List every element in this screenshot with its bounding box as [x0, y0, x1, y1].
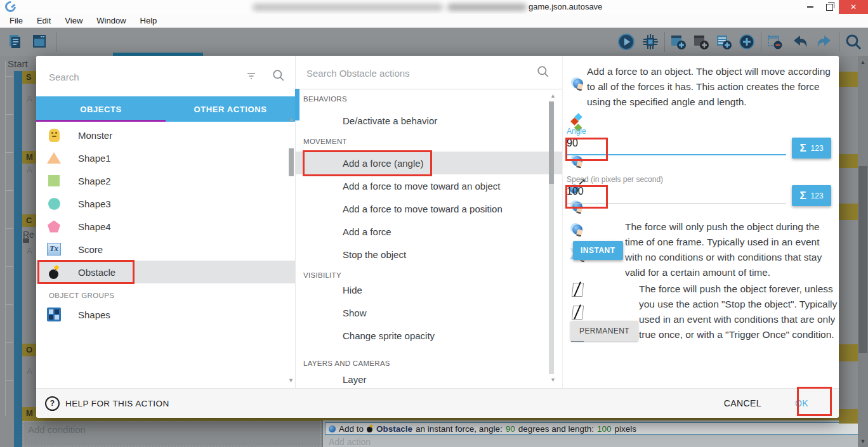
action-label: Change sprite opacity — [343, 330, 435, 341]
dialog-footer: HELP FOR THIS ACTION CANCEL OK — [36, 388, 839, 418]
event-header — [839, 154, 858, 168]
event-header — [839, 409, 858, 424]
scroll-up-icon[interactable]: ▲ — [550, 93, 556, 99]
ok-button[interactable]: OK — [786, 393, 817, 413]
search-icon — [272, 69, 285, 82]
tab-objects[interactable]: OBJECTS — [36, 96, 166, 122]
action-label: De/activate a behavior — [343, 115, 437, 126]
add-condition-link[interactable]: Add condition — [28, 424, 86, 435]
deselect-icon[interactable] — [765, 32, 784, 51]
event-tree-stub — [5, 190, 13, 191]
event-fragment: A — [27, 366, 32, 376]
speed-expression-button[interactable]: Σ 123 — [792, 185, 831, 206]
play-button-icon[interactable] — [617, 32, 636, 51]
tab-other-actions[interactable]: OTHER ACTIONS — [166, 96, 295, 122]
toolbar-separator — [761, 32, 761, 52]
event-tree-stub — [5, 380, 13, 381]
instant-description: The force will only push the object duri… — [625, 219, 832, 280]
action-row-force-toward-position[interactable]: Add a force to move toward a position — [295, 197, 562, 220]
app-logo-icon — [3, 0, 18, 14]
angle-expression-button[interactable]: Σ 123 — [792, 138, 831, 159]
event-fragment: A — [27, 94, 32, 103]
scroll-up-icon[interactable]: ▲ — [288, 116, 294, 122]
event-fragment: A — [27, 246, 32, 256]
permanent-description: The force will push the object forever, … — [639, 282, 838, 342]
menu-file[interactable]: File — [3, 14, 30, 27]
scene-editor-icon[interactable] — [30, 32, 49, 51]
action-row-stop-object[interactable]: Stop the object — [295, 243, 562, 266]
debug-button-icon[interactable] — [641, 32, 660, 51]
event-tree-stub — [5, 304, 13, 305]
menu-window[interactable]: Window — [89, 14, 133, 27]
action-row-add-force[interactable]: Add a force — [295, 220, 562, 243]
redo-icon[interactable] — [814, 32, 833, 51]
minimize-button[interactable] — [801, 0, 820, 14]
actions-scrollbar-thumb[interactable] — [549, 101, 554, 184]
object-label: Score — [78, 244, 103, 255]
add-circle-icon[interactable] — [737, 32, 756, 51]
object-row-shape1[interactable]: Shape1 — [36, 146, 295, 169]
event-header: O — [22, 344, 36, 356]
action-row-change-opacity[interactable]: Change sprite opacity — [295, 324, 562, 347]
add-object-icon[interactable] — [669, 32, 688, 51]
action-label: Show — [343, 308, 367, 318]
action-search-input[interactable] — [305, 63, 498, 82]
add-group-icon[interactable] — [692, 32, 711, 51]
menu-edit[interactable]: Edit — [30, 14, 58, 27]
action-row-hide[interactable]: Hide — [295, 278, 562, 301]
object-row-shape2[interactable]: Shape2 — [36, 169, 295, 192]
action-row-deactivate-behavior[interactable]: De/activate a behavior — [295, 109, 562, 132]
window-title: game.json.autosave — [529, 2, 602, 11]
instant-button[interactable]: INSTANT — [573, 241, 623, 260]
pentagon-icon — [48, 221, 60, 233]
object-row-shape4[interactable]: Shape4 — [36, 215, 295, 238]
object-row-obstacle[interactable]: Obstacle — [36, 261, 295, 283]
object-label: Obstacle — [78, 267, 115, 278]
search-toolbar-icon[interactable] — [844, 32, 863, 51]
project-manager-icon[interactable] — [6, 32, 25, 51]
object-row-monster[interactable]: Monster — [36, 124, 295, 146]
objects-scrollbar-thumb[interactable] — [289, 148, 294, 176]
angle-field-label: Angle — [567, 127, 586, 136]
add-event-icon[interactable] — [714, 32, 733, 51]
minimize-icon — [807, 6, 813, 8]
close-button[interactable]: ✕ — [839, 0, 868, 14]
object-search-input[interactable] — [48, 67, 240, 86]
section-layers-cameras: LAYERS AND CAMERAS — [303, 360, 390, 367]
menu-help[interactable]: Help — [133, 14, 164, 27]
permanent-button[interactable]: PERMANENT — [570, 321, 638, 341]
search-icon — [537, 65, 549, 78]
speed-underline — [567, 203, 786, 204]
selected-action-row[interactable]: Add to Obstacle an instant force, angle:… — [325, 422, 859, 435]
angle-input[interactable] — [567, 136, 776, 150]
object-row-shape3[interactable]: Shape3 — [36, 192, 295, 215]
speed-input[interactable] — [567, 185, 776, 198]
action-row-layer[interactable]: Layer — [295, 371, 562, 388]
sigma-icon: Σ — [799, 190, 806, 202]
action-row-add-force-angle[interactable]: Add a force (angle) — [295, 152, 562, 174]
toolbar — [0, 28, 868, 56]
square-icon — [48, 175, 60, 186]
action-text: degrees and length: — [518, 424, 594, 434]
scroll-down-icon[interactable]: ▼ — [288, 377, 294, 384]
action-length-value: 100 — [597, 424, 612, 434]
text-object-icon — [47, 243, 61, 256]
filter-icon[interactable] — [246, 71, 257, 81]
add-action-link[interactable]: Add action — [329, 437, 371, 447]
restore-button[interactable] — [820, 0, 839, 14]
force-icon — [570, 77, 586, 94]
action-row-force-toward-object[interactable]: Add a force to move toward an object — [295, 174, 562, 197]
action-row-show[interactable]: Show — [295, 301, 562, 324]
help-link[interactable]: HELP FOR THIS ACTION — [65, 399, 169, 408]
events-scrollbar-thumb[interactable] — [858, 166, 867, 353]
cancel-button[interactable]: CANCEL — [715, 393, 770, 413]
scene-tab-label: Start — [8, 58, 28, 69]
scroll-up-icon[interactable]: ▲ — [858, 59, 868, 65]
object-row-score[interactable]: Score — [36, 238, 295, 261]
scroll-down-icon[interactable]: ▼ — [550, 377, 556, 383]
help-icon — [45, 396, 60, 411]
menu-view[interactable]: View — [58, 14, 89, 27]
scroll-down-icon[interactable]: ▼ — [858, 438, 868, 444]
group-row-shapes[interactable]: Shapes — [36, 303, 295, 326]
undo-icon[interactable] — [791, 32, 810, 51]
